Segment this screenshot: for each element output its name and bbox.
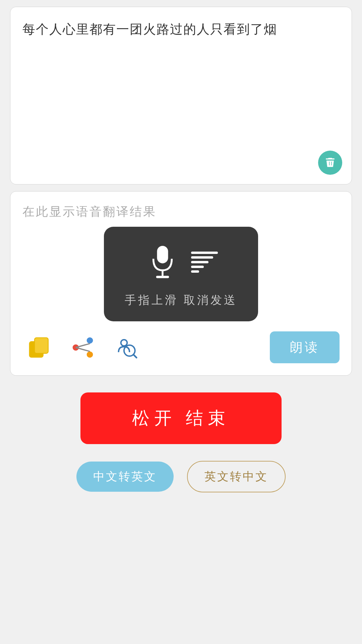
language-toggle-buttons: 中文转英文 英文转中文 (10, 461, 352, 492)
zh-to-en-button[interactable]: 中文转英文 (76, 462, 174, 492)
wave-line-1 (191, 252, 218, 254)
svg-line-12 (133, 355, 136, 358)
svg-point-5 (87, 337, 93, 343)
search-user-icon (115, 336, 138, 359)
delete-button[interactable] (318, 151, 342, 175)
wave-line-2 (191, 256, 213, 259)
delete-icon (324, 156, 337, 169)
svg-point-7 (87, 351, 93, 358)
wave-line-3 (191, 261, 208, 263)
copy-button[interactable] (22, 332, 56, 363)
copy-icon (27, 336, 51, 359)
share-button[interactable] (66, 332, 100, 363)
voice-hint-text: 手指上滑 取消发送 (125, 292, 237, 308)
svg-point-10 (121, 339, 127, 346)
read-aloud-button[interactable]: 朗读 (270, 331, 340, 363)
svg-rect-4 (35, 337, 48, 353)
input-text-content: 每个人心里都有一团火路过的人只看到了烟 (22, 19, 340, 40)
input-text-area[interactable]: 每个人心里都有一团火路过的人只看到了烟 (10, 7, 352, 184)
svg-rect-2 (156, 276, 169, 278)
action-buttons-row: 朗读 (22, 331, 340, 363)
wave-line-4 (191, 266, 204, 268)
voice-icons-row (144, 244, 218, 280)
release-end-button[interactable]: 松开 结束 (80, 392, 282, 444)
en-to-zh-button[interactable]: 英文转中文 (187, 461, 286, 492)
share-icon (71, 336, 95, 359)
translation-area: 在此显示语音翻译结果 (10, 191, 352, 376)
voice-overlay: 手指上滑 取消发送 (104, 227, 258, 321)
svg-rect-0 (157, 246, 168, 263)
translation-placeholder-text: 在此显示语音翻译结果 (22, 204, 340, 220)
microphone-icon (144, 244, 181, 280)
search-user-button[interactable] (110, 332, 143, 363)
wave-line-5 (191, 270, 199, 273)
sound-waves (191, 252, 218, 273)
